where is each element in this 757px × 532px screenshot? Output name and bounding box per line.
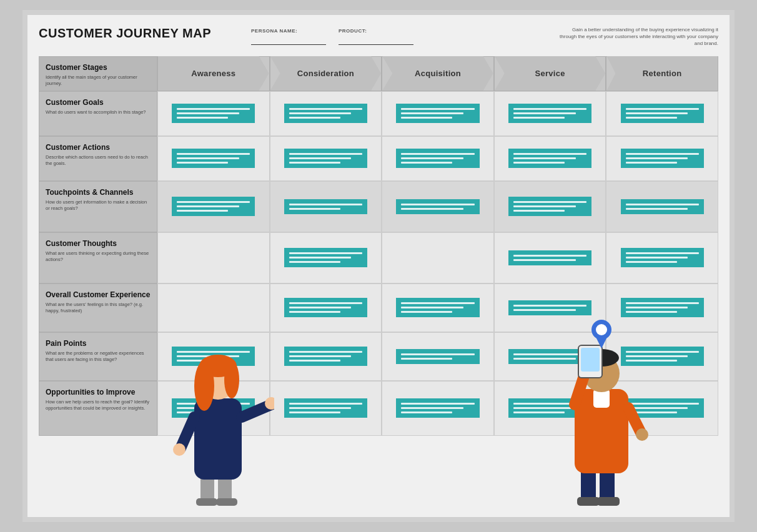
pain-teal-3 <box>396 349 479 364</box>
pain-teal-1 <box>172 347 255 366</box>
actions-cell-2[interactable] <box>270 136 382 181</box>
thoughts-cell-3[interactable] <box>382 232 494 283</box>
opp-cell-5[interactable] <box>606 381 718 436</box>
persona-label: PERSONA NAME: <box>251 28 326 34</box>
teal-line <box>401 108 474 110</box>
pain-cell-1[interactable] <box>157 332 270 381</box>
teal-line <box>177 360 228 362</box>
svg-point-12 <box>173 443 186 456</box>
page: CUSTOMER JOURNEY MAP PERSONA NAME: PRODU… <box>27 15 730 517</box>
opp-teal-2 <box>284 398 367 418</box>
actions-teal-4 <box>508 149 591 168</box>
stage-retention: Retention <box>606 56 718 91</box>
actions-teal-1 <box>172 149 255 168</box>
teal-line <box>401 204 474 205</box>
teal-line <box>289 112 352 114</box>
svg-rect-2 <box>196 498 217 506</box>
thoughts-cell-4[interactable] <box>494 232 606 283</box>
teal-line <box>289 117 340 119</box>
goals-subtitle: What do users want to accomplish in this… <box>46 109 151 116</box>
pain-cell-3[interactable] <box>382 332 494 381</box>
teal-line <box>513 108 586 110</box>
teal-line <box>177 205 239 207</box>
experience-cell-1[interactable] <box>157 283 270 332</box>
teal-line <box>626 108 699 110</box>
actions-teal-5 <box>621 149 704 168</box>
outer-border: CUSTOMER JOURNEY MAP PERSONA NAME: PRODU… <box>22 10 735 522</box>
teal-line <box>289 407 352 409</box>
touchpoints-cell-5[interactable] <box>606 181 718 232</box>
teal-line <box>401 311 452 313</box>
teal-line <box>289 108 362 110</box>
svg-rect-15 <box>577 497 600 506</box>
stage-consideration: Consideration <box>270 56 382 91</box>
pain-teal-4 <box>508 349 591 364</box>
goals-cell-2[interactable] <box>270 91 382 136</box>
opp-cell-2[interactable] <box>270 381 382 436</box>
teal-line <box>177 403 250 405</box>
touchpoints-cell-1[interactable] <box>157 181 270 232</box>
teal-line <box>401 302 474 304</box>
experience-cell-4[interactable] <box>494 283 606 332</box>
product-input[interactable] <box>339 34 413 45</box>
pain-cell-5[interactable] <box>606 332 718 381</box>
teal-line <box>513 153 586 155</box>
teal-line <box>177 112 239 114</box>
opp-cell-4[interactable] <box>494 381 606 436</box>
teal-line <box>626 307 688 308</box>
goals-cell-1[interactable] <box>157 91 270 136</box>
thoughts-cell-5[interactable] <box>606 232 718 283</box>
teal-line <box>626 117 677 119</box>
experience-cell-2[interactable] <box>270 283 382 332</box>
experience-cell-3[interactable] <box>382 283 494 332</box>
teal-line <box>513 255 586 257</box>
persona-input[interactable] <box>251 34 326 45</box>
teal-line <box>626 261 677 263</box>
svg-rect-3 <box>216 498 237 506</box>
actions-cell-1[interactable] <box>157 136 270 181</box>
row-label-thoughts: Customer Thoughts What are users thinkin… <box>39 232 157 283</box>
opp-cell-3[interactable] <box>382 381 494 436</box>
header: CUSTOMER JOURNEY MAP PERSONA NAME: PRODU… <box>39 26 718 47</box>
experience-cell-5[interactable] <box>606 283 718 332</box>
product-field: PRODUCT: <box>339 28 413 45</box>
teal-line <box>177 108 250 110</box>
teal-line <box>289 311 340 313</box>
goals-cell-4[interactable] <box>494 91 606 136</box>
teal-line <box>513 411 565 413</box>
actions-cell-3[interactable] <box>382 136 494 181</box>
thoughts-teal-2 <box>284 248 367 267</box>
experience-subtitle: What are the users' feelings in this sta… <box>46 302 151 314</box>
teal-line <box>626 302 699 304</box>
pain-cell-4[interactable] <box>494 332 606 381</box>
opp-cell-1[interactable] <box>157 381 270 436</box>
teal-line <box>177 153 250 155</box>
touchpoints-cell-2[interactable] <box>270 181 382 232</box>
teal-line <box>177 355 239 357</box>
teal-line <box>626 411 677 413</box>
touchpoints-cell-4[interactable] <box>494 181 606 232</box>
actions-cell-4[interactable] <box>494 136 606 181</box>
thoughts-teal-4 <box>508 250 591 265</box>
pain-cell-2[interactable] <box>270 332 382 381</box>
experience-teal-3 <box>396 298 479 317</box>
actions-teal-3 <box>396 149 479 168</box>
goals-cell-3[interactable] <box>382 91 494 136</box>
touchpoints-cell-3[interactable] <box>382 181 494 232</box>
teal-line <box>513 407 576 409</box>
actions-subtitle: Describe which actions users need to do … <box>46 154 151 167</box>
stage-retention-arrow: Retention <box>606 56 718 91</box>
teal-line <box>626 403 699 405</box>
goals-cell-5[interactable] <box>606 91 718 136</box>
teal-line <box>626 311 677 313</box>
svg-rect-1 <box>218 473 232 505</box>
teal-line <box>626 208 688 210</box>
actions-cell-5[interactable] <box>606 136 718 181</box>
actions-title: Customer Actions <box>46 143 151 152</box>
opp-teal-5 <box>621 398 704 418</box>
teal-line <box>401 411 452 413</box>
thoughts-cell-1[interactable] <box>157 232 270 283</box>
teal-line <box>513 201 586 203</box>
teal-line <box>289 157 352 159</box>
thoughts-cell-2[interactable] <box>270 232 382 283</box>
